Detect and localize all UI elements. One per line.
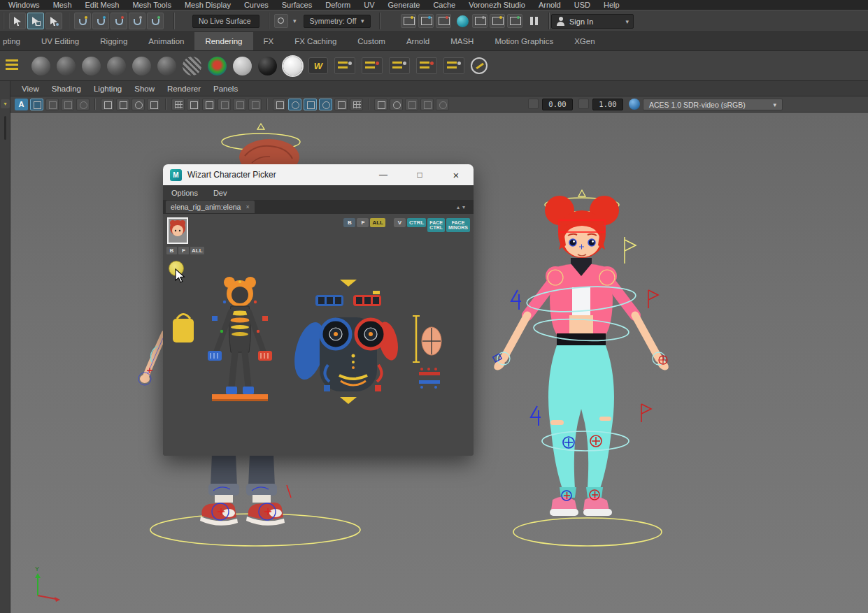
snap-to-point-icon[interactable] <box>111 13 127 29</box>
menubar-item-mesh-display[interactable]: Mesh Display <box>185 1 231 9</box>
character-left-hair[interactable] <box>210 120 315 166</box>
material-sphere-icon[interactable] <box>132 57 151 75</box>
toon-outline-sphere-icon[interactable] <box>283 57 302 75</box>
image-plane-icon[interactable] <box>30 99 43 110</box>
menuset-tab-fx[interactable]: FX <box>253 32 285 50</box>
picker-controls-art[interactable] <box>163 214 474 456</box>
menuset-tab-rendering[interactable]: Rendering <box>194 32 252 50</box>
panel-menu-show[interactable]: Show <box>134 85 155 93</box>
wizart-shelf-icon[interactable]: W <box>308 57 328 74</box>
menubar-item-deform[interactable]: Deform <box>325 1 350 9</box>
menubar-item-help[interactable]: Help <box>604 1 620 9</box>
material-sphere-icon[interactable] <box>57 57 76 75</box>
material-sphere-icon[interactable] <box>82 57 101 75</box>
hypershade-icon[interactable] <box>490 14 505 28</box>
render-view-icon[interactable] <box>457 15 469 27</box>
hatch-shader-sphere-icon[interactable] <box>183 57 201 75</box>
isolate-select-icon[interactable] <box>374 99 387 110</box>
picker-tab-elena[interactable]: elena_rig_anim:elena × <box>166 201 255 213</box>
menuset-tab-sculpting[interactable]: pting <box>0 32 31 50</box>
pencil-edit-icon[interactable] <box>147 99 160 110</box>
color-management-icon[interactable] <box>629 99 640 110</box>
symmetry-dropdown-icon[interactable]: ▾ <box>361 17 364 24</box>
gate-mask-icon[interactable] <box>218 99 231 110</box>
light-gray-sphere-icon[interactable] <box>233 57 252 75</box>
menuset-tab-mash[interactable]: MASH <box>440 32 484 50</box>
snap-to-curve-icon[interactable] <box>92 13 109 29</box>
shelf-tab-selector-icon[interactable] <box>4 57 22 75</box>
menuset-tab-animation[interactable]: Animation <box>138 32 194 50</box>
construction-history-icon[interactable] <box>274 14 288 28</box>
panel-menu-panels[interactable]: Panels <box>213 85 238 93</box>
symmetry-field[interactable]: Symmetry: Off ▾ <box>304 15 371 28</box>
sign-in-dropdown-icon[interactable]: ▾ <box>625 18 629 25</box>
lock-camera-icon[interactable] <box>61 99 74 110</box>
select-object-icon[interactable] <box>27 13 44 29</box>
grid-icon[interactable] <box>171 99 185 110</box>
menubar-item-mesh-tools[interactable]: Mesh Tools <box>132 1 171 9</box>
snap-to-plane-icon[interactable] <box>129 13 145 29</box>
menubar-item-uv[interactable]: UV <box>364 1 374 9</box>
colorspace-dropdown[interactable]: ACES 1.0 SDR-video (sRGB) ▾ <box>643 99 783 110</box>
character-left-legs[interactable] <box>143 454 367 549</box>
panel-menu-shading[interactable]: Shading <box>52 85 81 93</box>
character-elena-rigged[interactable] <box>476 185 685 549</box>
ipr-render-icon[interactable] <box>418 14 434 28</box>
body-picker[interactable] <box>173 277 272 401</box>
menubar-item-surfaces[interactable]: Surfaces <box>282 1 312 9</box>
material-sphere-icon[interactable] <box>107 57 126 75</box>
menubar-item-curves[interactable]: Curves <box>244 1 269 9</box>
black-sphere-icon[interactable] <box>258 57 277 75</box>
snap-to-grid-icon[interactable] <box>74 13 91 29</box>
2d-pan-zoom-icon[interactable] <box>116 99 129 110</box>
exposure-icon[interactable] <box>528 99 539 109</box>
select-hierarchy-icon[interactable] <box>9 13 26 29</box>
face-picker[interactable] <box>289 280 401 404</box>
motion-blur-icon[interactable] <box>405 99 418 110</box>
multisample-icon[interactable] <box>420 99 434 110</box>
panel-menu-renderer[interactable]: Renderer <box>167 85 201 93</box>
menuset-tab-uv-editing[interactable]: UV Editing <box>31 32 90 50</box>
picker-canvas[interactable]: B F ALL V CTRL FACE CTRL FACE MINORS B F… <box>163 214 474 456</box>
material-sphere-icon[interactable] <box>31 57 50 75</box>
wizart-character-picker-window[interactable]: M Wizart Character Picker — □ × Options … <box>163 164 474 456</box>
menuset-tab-arnold[interactable]: Arnold <box>396 32 440 50</box>
menubar-item-cache[interactable]: Cache <box>433 1 455 9</box>
xray-icon[interactable] <box>390 99 403 110</box>
scroll-down-icon[interactable]: ▾ <box>462 204 468 210</box>
minimize-button[interactable]: — <box>373 164 394 185</box>
lips-picker[interactable] <box>413 316 441 389</box>
picker-menu-dev[interactable]: Dev <box>213 189 227 197</box>
menuset-tab-custom[interactable]: Custom <box>347 32 396 50</box>
menuset-tab-fx-caching[interactable]: FX Caching <box>284 32 347 50</box>
gamma-field[interactable]: 1.00 <box>592 99 623 110</box>
wireframe-mode-icon[interactable] <box>273 99 286 110</box>
panel-menu-lighting[interactable]: Lighting <box>94 85 122 93</box>
picker-menu-options[interactable]: Options <box>171 189 198 197</box>
rgb-shader-sphere-icon[interactable] <box>208 57 227 75</box>
menubar-item-voronezh-studio[interactable]: Voronezh Studio <box>469 1 525 9</box>
scroll-up-icon[interactable]: ▴ <box>457 204 462 210</box>
shadows-icon[interactable] <box>334 99 348 110</box>
tab-scroll-icons[interactable]: ▴▾ <box>457 204 468 210</box>
set-blendshape-key-icon[interactable] <box>416 57 437 74</box>
exposure-field[interactable]: 0.00 <box>542 99 573 110</box>
menuset-tab-motion-graphics[interactable]: Motion Graphics <box>484 32 564 50</box>
menubar-item-mesh[interactable]: Mesh <box>53 1 72 9</box>
menuset-tab-rigging[interactable]: Rigging <box>90 32 138 50</box>
set-key-icon[interactable] <box>334 57 355 74</box>
tab-close-icon[interactable]: × <box>246 203 249 210</box>
menubar-item-windows[interactable]: Windows <box>8 1 40 9</box>
picker-titlebar[interactable]: M Wizart Character Picker — □ × <box>163 164 474 185</box>
render-settings-icon[interactable] <box>472 14 488 28</box>
light-editor-icon[interactable] <box>507 14 522 28</box>
maximize-button[interactable]: □ <box>409 164 430 185</box>
grease-pencil-shelf-icon[interactable] <box>471 57 488 74</box>
grease-pencil-icon[interactable] <box>131 99 145 110</box>
depth-of-field-icon[interactable] <box>436 99 449 110</box>
set-driven-key-icon[interactable] <box>389 57 410 74</box>
close-button[interactable]: × <box>446 164 467 185</box>
shaded-mode-icon[interactable] <box>288 99 301 110</box>
live-surface-field[interactable]: No Live Surface <box>192 15 259 28</box>
menubar-item-generate[interactable]: Generate <box>388 1 420 9</box>
